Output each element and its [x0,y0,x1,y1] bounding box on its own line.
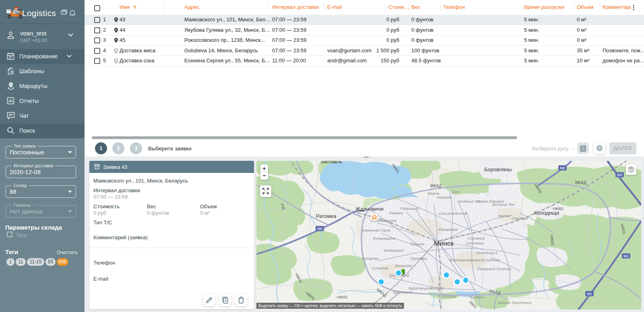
svg-text:Зацень: Зацень [427,191,440,195]
svg-text:Малый Тростенец: Малый Тростенец [498,300,532,305]
svg-text:Уручье: Уручье [497,213,510,218]
svg-text:Сельхозпосёлок: Сельхозпосёлок [438,211,468,216]
svg-text:Ржавец: Ржавец [389,211,403,215]
svg-text:Тракторозаводской посёлок: Тракторозаводской посёлок [449,258,500,262]
svg-text:Ждановичи: Ждановичи [355,206,383,212]
svg-text:Медвежино: Медвежино [384,248,404,252]
svg-text:Сухарево: Сухарево [372,266,388,270]
svg-text:Северный Посёлок: Северный Посёлок [477,267,511,271]
svg-text:Чижовка: Чижовка [469,295,484,299]
svg-text:М6: М6 [317,227,322,231]
svg-text:Колодищи 2: Колодищи 2 [476,250,498,255]
svg-text:Колодищи: Колодищи [534,210,559,216]
svg-text:МКАД: МКАД [575,181,586,185]
svg-text:?: ? [63,11,64,14]
svg-text:М1: М1 [623,254,629,258]
svg-text:Озерище: Озерище [512,216,528,220]
svg-text:М2: М2 [617,173,622,177]
svg-text:Радужный: Радужный [400,206,419,211]
svg-text:Лошица: Лошица [441,294,456,298]
svg-text:Грушевка: Грушевка [410,256,427,261]
svg-text:Слепянка: Слепянка [467,236,485,240]
svg-text:Н8931: Н8931 [337,295,348,299]
svg-text:Ратомка: Ратомка [316,213,336,219]
svg-text:МКАД: МКАД [430,184,442,188]
svg-text:Сухарево: Сухарево [362,256,379,261]
svg-text:Кунцевщина: Кунцевщина [373,236,395,240]
svg-text:Комаровка: Комаровка [438,227,458,232]
svg-text:М1: М1 [587,292,592,296]
svg-text:Бриловичи: Бриловичи [393,290,413,294]
svg-text:Степянка: Степянка [466,241,484,245]
svg-text:Цна: Цна [452,189,459,194]
svg-text:Каменная Горка: Каменная Горка [362,228,390,232]
svg-text:Новинки: Новинки [437,195,452,199]
svg-text:Боровляны: Боровляны [484,166,512,172]
svg-text:Михалово: Михалово [395,263,413,268]
svg-text:Серова: Серова [430,286,444,290]
svg-text:М2: М2 [560,166,565,170]
svg-text:Заславль: Заславль [321,161,342,164]
svg-text:Минск: Минск [434,240,454,247]
svg-text:Великий Лес: Великий Лес [492,202,515,207]
svg-text:Тучинка: Тучинка [410,242,424,246]
svg-text:Н9052: Н9052 [553,207,564,211]
